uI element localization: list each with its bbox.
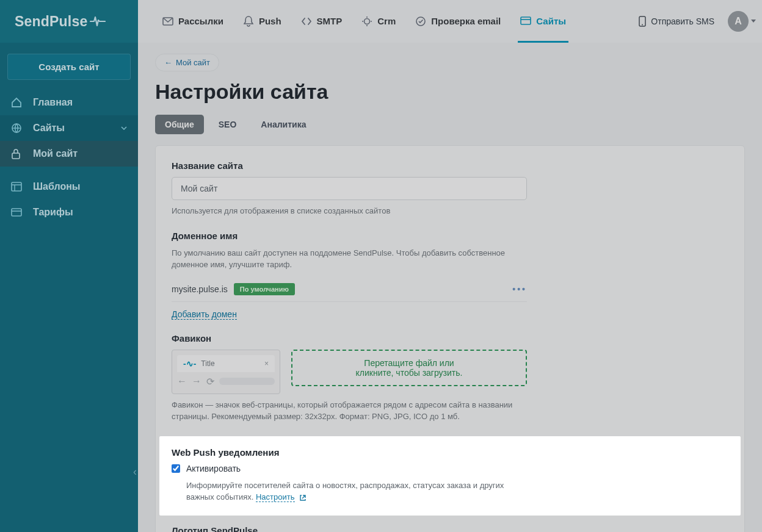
tab-general[interactable]: Общие xyxy=(155,115,204,134)
sites-icon xyxy=(520,16,531,27)
chevron-down-icon xyxy=(121,126,127,130)
domain-value: mysite.pulse.is xyxy=(172,284,228,294)
site-name-hint: Используется для отображения в списке со… xyxy=(172,205,513,217)
top-right: Отправить SMS A xyxy=(633,11,756,32)
sidebar-item-label: Тарифы xyxy=(33,207,73,218)
section-favicon: Фавикон -∿- Title × ← → ⟳ П xyxy=(172,333,728,423)
main-content: ← Мой сайт Настройки сайта Общие SEO Ана… xyxy=(138,43,762,532)
brand-logo[interactable]: SendPulse xyxy=(15,13,106,30)
favicon-preview: -∿- Title × ← → ⟳ xyxy=(172,350,280,394)
sidebar-item-sites[interactable]: Сайты xyxy=(0,115,138,141)
chevron-down-icon xyxy=(751,20,756,23)
sidebar-item-label: Главная xyxy=(33,97,73,108)
top-nav: Рассылки Push SMTP Crm Проверка email Са… xyxy=(138,0,762,43)
webpush-hint: Информируйте посетителей сайта о новостя… xyxy=(186,480,528,503)
bell-icon xyxy=(243,16,254,27)
webpush-label: Web Push уведомления xyxy=(172,447,728,458)
card-icon xyxy=(11,208,23,217)
domain-menu-icon[interactable]: ••• xyxy=(512,284,527,294)
pulse-icon: -∿- xyxy=(183,359,196,368)
phone-icon xyxy=(639,16,646,27)
tab-seo[interactable]: SEO xyxy=(209,115,247,134)
domain-default-badge: По умолчанию xyxy=(234,283,295,295)
tab-analytics[interactable]: Аналитика xyxy=(251,115,316,134)
globe-icon xyxy=(11,123,23,134)
svg-point-1 xyxy=(365,18,370,24)
reload-icon: ⟳ xyxy=(206,376,214,387)
webpush-hint-text: Информируйте посетителей сайта о новостя… xyxy=(186,481,504,502)
code-icon xyxy=(301,16,312,27)
favicon-label: Фавикон xyxy=(172,333,728,343)
favicon-hint: Фавикон — значок веб-страницы, который о… xyxy=(172,399,527,423)
sidebar-item-home[interactable]: Главная xyxy=(0,90,138,115)
nav-mail[interactable]: Рассылки xyxy=(153,0,233,43)
nav-label: Проверка email xyxy=(431,16,501,26)
back-link-label: Мой сайт xyxy=(176,58,210,67)
settings-card: Название сайта Используется для отображе… xyxy=(155,145,745,532)
svg-rect-9 xyxy=(12,209,21,216)
collapse-sidebar-handle[interactable]: ‹ xyxy=(133,466,137,478)
domain-row: mysite.pulse.is По умолчанию ••• xyxy=(172,277,527,302)
crm-icon xyxy=(361,16,372,27)
nav-label: SMTP xyxy=(317,16,343,26)
back-link[interactable]: ← Мой сайт xyxy=(155,54,219,71)
pulse-icon xyxy=(90,15,106,27)
svg-rect-3 xyxy=(521,17,531,24)
webpush-configure-link[interactable]: Настроить xyxy=(256,492,295,502)
profile-menu[interactable]: A xyxy=(728,11,756,32)
drop-line1: Перетащите файл или xyxy=(299,358,520,368)
favicon-dropzone[interactable]: Перетащите файл или кликните, чтобы загр… xyxy=(291,350,527,386)
nav-push[interactable]: Push xyxy=(233,0,291,43)
sidebar-item-label: Мой сайт xyxy=(33,148,78,159)
sidebar-item-mysite[interactable]: Мой сайт xyxy=(0,141,138,167)
arrow-left-icon: ← xyxy=(177,376,187,387)
nav-label: Push xyxy=(259,16,281,26)
webpush-activate-row[interactable]: Активировать xyxy=(172,464,728,473)
close-icon: × xyxy=(264,359,269,368)
nav-label: Сайты xyxy=(536,16,566,26)
nav-smtp[interactable]: SMTP xyxy=(291,0,352,43)
check-icon xyxy=(415,16,426,27)
page-title: Настройки сайта xyxy=(155,80,745,104)
svg-point-5 xyxy=(642,24,643,25)
drop-line2: кликните, чтобы загрузить. xyxy=(299,368,520,378)
webpush-activate-label: Активировать xyxy=(186,464,241,473)
sidebar-item-tariffs[interactable]: Тарифы xyxy=(0,200,138,225)
webpush-activate-checkbox[interactable] xyxy=(172,464,180,473)
sidebar: Создать сайт Главная Сайты Мой сайт Шабл… xyxy=(0,43,138,532)
home-icon xyxy=(11,98,23,107)
arrow-left-icon: ← xyxy=(164,58,172,67)
send-sms-label: Отправить SMS xyxy=(651,16,714,26)
sidebar-item-templates[interactable]: Шаблоны xyxy=(0,174,138,200)
section-site-name: Название сайта Используется для отображе… xyxy=(172,160,728,217)
create-site-button[interactable]: Создать сайт xyxy=(7,54,131,80)
nav-label: Crm xyxy=(377,16,396,26)
svg-rect-8 xyxy=(12,182,21,191)
sidebar-item-label: Шаблоны xyxy=(33,181,81,192)
tabs: Общие SEO Аналитика xyxy=(155,115,745,134)
domain-label: Доменное имя xyxy=(172,231,728,241)
section-sp-logo: Логотип SendPulse Отображать логотип Sen… xyxy=(172,525,728,533)
favicon-tab-title: Title xyxy=(201,359,214,368)
svg-rect-7 xyxy=(12,153,20,159)
sidebar-item-label: Сайты xyxy=(33,123,65,134)
send-sms-button[interactable]: Отправить SMS xyxy=(633,11,720,32)
sp-logo-label: Логотип SendPulse xyxy=(172,525,728,533)
nav-verify-email[interactable]: Проверка email xyxy=(405,0,510,43)
templates-icon xyxy=(11,182,23,192)
site-name-input[interactable] xyxy=(172,177,527,200)
domain-hint: По умолчанию ваш сайт доступен на поддом… xyxy=(172,247,513,271)
nav-sites[interactable]: Сайты xyxy=(510,0,576,43)
envelope-icon xyxy=(162,16,173,27)
add-domain-link[interactable]: Добавить домен xyxy=(172,309,237,320)
external-link-icon xyxy=(299,493,307,501)
logo-bar: SendPulse xyxy=(0,0,138,43)
urlbar-placeholder xyxy=(219,378,275,385)
site-name-label: Название сайта xyxy=(172,160,728,171)
nav-crm[interactable]: Crm xyxy=(352,0,405,43)
brand-text: SendPulse xyxy=(15,13,87,30)
nav-label: Рассылки xyxy=(178,16,223,26)
lock-icon xyxy=(11,148,23,159)
avatar[interactable]: A xyxy=(728,11,749,32)
section-domain: Доменное имя По умолчанию ваш сайт досту… xyxy=(172,231,728,320)
